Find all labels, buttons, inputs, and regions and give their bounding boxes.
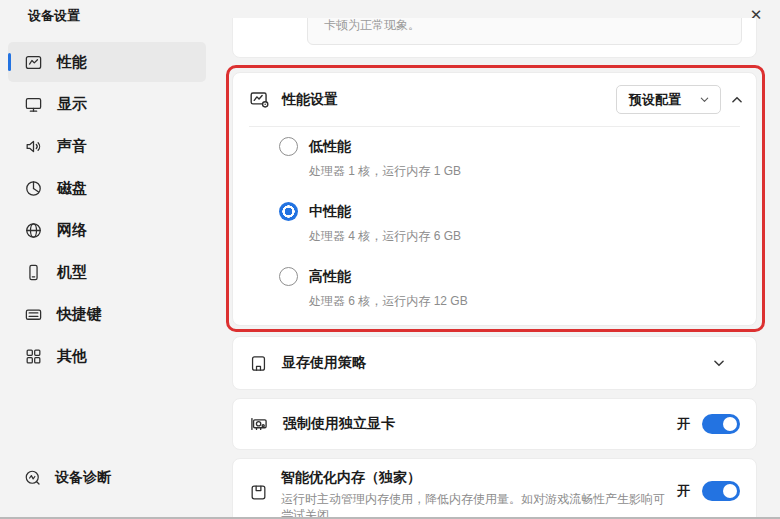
preset-config-dropdown[interactable]: 预设配置 [616, 85, 721, 114]
gpu-icon [249, 414, 269, 434]
sidebar-item-network[interactable]: 网络 [8, 210, 206, 250]
card-title: 显存使用策略 [282, 354, 366, 372]
performance-settings-card: 性能设置 预设配置 低性能 处理器 1 核，运行内存 1 GB 中性能 处理器 [232, 72, 757, 326]
disk-icon [24, 179, 43, 198]
force-gpu-card: 强制使用独立显卡 开 [232, 398, 757, 450]
toggle-knob [723, 417, 737, 431]
option-desc: 处理器 6 核，运行内存 12 GB [309, 293, 756, 310]
radio-unselected-icon[interactable] [279, 137, 298, 156]
chevron-up-icon[interactable] [730, 93, 744, 107]
diagnosis-icon [24, 469, 42, 487]
memory-toggle-on[interactable] [702, 481, 740, 501]
sidebar-item-label: 显示 [57, 95, 87, 114]
sidebar-item-label: 性能 [57, 53, 87, 72]
card-title: 性能设置 [282, 91, 338, 109]
sidebar-item-device-model[interactable]: 机型 [8, 252, 206, 292]
sidebar-item-label: 网络 [57, 221, 87, 240]
radio-selected-icon[interactable] [279, 202, 298, 221]
sidebar-item-disk[interactable]: 磁盘 [8, 168, 206, 208]
network-icon [24, 221, 43, 240]
option-desc: 处理器 1 核，运行内存 1 GB [309, 163, 756, 180]
toggle-state-label: 开 [677, 415, 690, 433]
option-medium-performance[interactable]: 中性能 处理器 4 核，运行内存 6 GB [279, 202, 756, 245]
memory-controls: 开 [677, 481, 740, 501]
option-label: 高性能 [309, 268, 351, 286]
sidebar-item-label: 快捷键 [57, 305, 102, 324]
display-icon [24, 95, 43, 114]
option-desc: 处理器 4 核，运行内存 6 GB [309, 228, 756, 245]
gpu-toggle-on[interactable] [702, 414, 740, 434]
performance-icon [24, 53, 43, 72]
sidebar-item-diagnosis[interactable]: 设备诊断 [8, 460, 222, 496]
chevron-down-icon [699, 94, 710, 105]
radio-unselected-icon[interactable] [279, 267, 298, 286]
window-title: 设备设置 [28, 7, 80, 25]
grid-icon [24, 347, 43, 366]
note-text: 卡顿为正常现象。 [324, 18, 420, 34]
sidebar-item-label: 设备诊断 [55, 469, 111, 487]
sidebar-item-label: 磁盘 [57, 179, 87, 198]
smart-memory-card: 智能优化内存（独家） 运行时主动管理内存使用，降低内存使用量。如对游戏流畅性产生… [232, 458, 757, 519]
keyboard-icon [24, 305, 43, 324]
sidebar: 性能 显示 声音 磁盘 网络 机型 快捷键 [8, 42, 206, 378]
scrolled-card-clip: 卡顿为正常现象。 [232, 18, 757, 58]
option-label: 中性能 [309, 203, 351, 221]
vram-policy-icon [249, 354, 268, 373]
sidebar-item-display[interactable]: 显示 [8, 84, 206, 124]
previous-settings-card: 卡顿为正常现象。 [232, 18, 757, 58]
option-label: 低性能 [309, 138, 351, 156]
vram-policy-card[interactable]: 显存使用策略 [232, 336, 757, 390]
sidebar-item-others[interactable]: 其他 [8, 336, 206, 376]
performance-options: 低性能 处理器 1 核，运行内存 1 GB 中性能 处理器 4 核，运行内存 6… [233, 127, 756, 310]
toggle-knob [723, 484, 737, 498]
memory-save-icon [249, 483, 268, 502]
sidebar-item-label: 声音 [57, 137, 87, 156]
sidebar-item-hotkeys[interactable]: 快捷键 [8, 294, 206, 334]
card-description: 运行时主动管理内存使用，降低内存使用量。如对游戏流畅性产生影响可尝试关闭。 [281, 492, 669, 519]
audio-icon [24, 137, 43, 156]
toggle-state-label: 开 [677, 482, 690, 500]
performance-settings-header: 性能设置 预设配置 [233, 73, 756, 126]
sidebar-item-performance[interactable]: 性能 [8, 42, 206, 82]
dropdown-label: 预设配置 [629, 91, 681, 109]
option-low-performance[interactable]: 低性能 处理器 1 核，运行内存 1 GB [279, 137, 756, 180]
note-box: 卡顿为正常现象。 [307, 18, 742, 45]
card-title: 强制使用独立显卡 [283, 415, 395, 433]
sidebar-item-label: 机型 [57, 263, 87, 282]
option-high-performance[interactable]: 高性能 处理器 6 核，运行内存 12 GB [279, 267, 756, 310]
device-model-icon [24, 263, 43, 282]
chevron-down-icon[interactable] [712, 356, 726, 370]
sidebar-item-audio[interactable]: 声音 [8, 126, 206, 166]
performance-settings-icon [249, 89, 270, 110]
sidebar-item-label: 其他 [57, 347, 87, 366]
